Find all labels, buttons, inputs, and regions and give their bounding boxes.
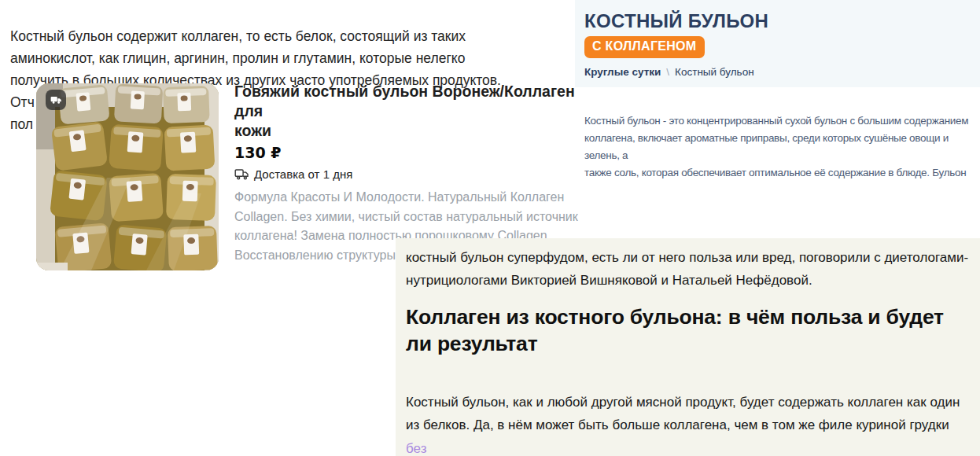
broth-packs-photo: [36, 83, 219, 270]
breadcrumb-current: Костный бульон: [675, 66, 754, 78]
article-body: Костный бульон, как и любой другой мясно…: [406, 367, 970, 456]
delivery-text: Доставка от 1 дня: [254, 167, 352, 181]
page-title: КОСТНЫЙ БУЛЬОН: [584, 11, 971, 31]
article-lead: костный бульон суперфудом, есть ли от не…: [406, 246, 970, 292]
article-heading: Коллаген из костного бульона: в чём поль…: [406, 303, 970, 357]
collagen-badge: С КОЛЛАГЕНОМ: [584, 36, 705, 58]
delivery-truck-icon: [50, 95, 62, 105]
breadcrumb-root-link[interactable]: Круглые сутки: [584, 66, 661, 78]
breadcrumb-separator: \: [666, 66, 669, 78]
breadcrumb: Круглые сутки\Костный бульон: [584, 66, 971, 78]
skinless-link[interactable]: без кожи: [406, 441, 436, 456]
delivery-truck-icon: [234, 168, 249, 180]
article-text-before-link: Костный бульон, как и любой другой мясно…: [406, 395, 960, 433]
delivery-row: Доставка от 1 дня: [234, 167, 590, 181]
article-block: костный бульон суперфудом, есть ли от не…: [396, 238, 980, 456]
catalog-panel: КОСТНЫЙ БУЛЬОН С КОЛЛАГЕНОМ Круглые сутк…: [575, 0, 980, 193]
image-badge: [46, 90, 66, 110]
catalog-description: Костный бульон - это концентрированный с…: [575, 112, 980, 182]
product-title[interactable]: Говяжий костный бульон Воронеж/Коллаген …: [234, 82, 590, 141]
product-image[interactable]: [36, 83, 219, 270]
product-price: 130 ₽: [234, 144, 590, 161]
catalog-header: КОСТНЫЙ БУЛЬОН С КОЛЛАГЕНОМ Круглые сутк…: [575, 0, 980, 87]
